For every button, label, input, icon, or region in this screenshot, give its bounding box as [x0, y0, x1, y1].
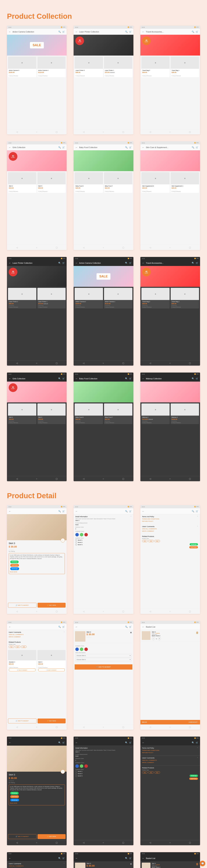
call-phone-button[interactable]: Call Phone	[10, 795, 19, 798]
nav-recent[interactable]: ▢	[189, 246, 191, 249]
add-basket-button[interactable]: 🛒 ADD TO BASKET	[8, 834, 36, 839]
search-icon[interactable]: 🔍	[58, 741, 61, 744]
nav-home[interactable]: ○	[36, 131, 37, 133]
search-icon[interactable]: 🔍	[58, 262, 61, 264]
cart-icon[interactable]: 🛒	[196, 262, 198, 264]
cart-icon[interactable]: 🛒	[62, 741, 65, 744]
messenger-button[interactable]: Messenger	[10, 567, 19, 570]
product-card[interactable]: ▣Action Camera 1$110.00☆☆☆☆☆0 rating (0 …	[37, 57, 66, 77]
nav-home[interactable]: ○	[170, 131, 171, 133]
hero-banner[interactable]: SALE	[7, 35, 67, 56]
search-icon[interactable]: 🔍	[58, 510, 61, 513]
search-icon[interactable]: 🔍	[192, 31, 194, 33]
nav-home[interactable]: ○	[170, 246, 171, 249]
whatsapp-button[interactable]: WhatsApp	[189, 775, 198, 777]
search-icon[interactable]: 🔍	[192, 262, 194, 264]
search-icon[interactable]: 🔍	[192, 377, 194, 380]
size-option[interactable]: Item# 3	[75, 775, 131, 777]
product-card[interactable]: ▣Action Camera 2$100.00☆☆☆☆☆0 rating (0 …	[8, 57, 36, 77]
hero-banner[interactable]	[140, 150, 200, 171]
buy-now-button[interactable]: ⚡ BUY NOW	[37, 603, 66, 608]
nav-recent[interactable]: ▢	[189, 841, 191, 844]
nav-recent[interactable]: ▢	[122, 726, 124, 728]
product-card[interactable]: ▣Skirt 5$30.00☆☆☆☆☆0 rating (0 Reviews)	[37, 403, 66, 424]
product-card[interactable]: ▣Action Camera 1$110.00☆☆☆☆☆0 rating (0 …	[104, 288, 132, 309]
product-card[interactable]: ▣Laser Printer 1$70.00$100.00☆☆☆☆☆0 rati…	[104, 57, 132, 77]
nav-home[interactable]: ○	[103, 477, 104, 480]
color-swatch[interactable]	[84, 533, 88, 536]
nav-back[interactable]: ◁	[16, 726, 18, 728]
basket-thumb[interactable]	[142, 863, 151, 868]
product-card[interactable]: ▣Travel Bag 1$30.00☆☆☆☆☆0 rating (0 Revi…	[171, 288, 199, 309]
nav-back[interactable]: ◁	[16, 610, 18, 613]
hero-banner[interactable]: 60% OFF	[7, 381, 67, 402]
search-icon[interactable]: 🔍	[125, 377, 128, 380]
back-icon[interactable]: ←	[75, 741, 78, 744]
nav-home[interactable]: ○	[36, 477, 37, 480]
nav-back[interactable]: ◁	[83, 246, 84, 249]
product-card[interactable]: ▣Makeup 2$176.00$200.00☆☆☆☆☆0 rating (0 …	[141, 403, 170, 424]
cart-icon[interactable]: 🛒	[62, 626, 65, 628]
cart-icon[interactable]: 🛒	[129, 146, 132, 149]
nav-recent[interactable]: ▢	[56, 841, 58, 844]
back-icon[interactable]: ←	[9, 741, 11, 744]
search-icon[interactable]: 🔍	[192, 510, 194, 513]
write-comment[interactable]: WRITE COMMENT	[9, 867, 65, 868]
search-icon[interactable]: 🔍	[58, 146, 61, 149]
cart-icon[interactable]: 🛒	[196, 510, 198, 513]
back-icon[interactable]: ←	[75, 510, 78, 513]
size-option[interactable]: Item# 2	[75, 541, 131, 543]
select-dropdown[interactable]: Choose Skirt 3▾	[75, 658, 131, 661]
back-icon[interactable]: ←	[9, 30, 11, 33]
write-comment[interactable]: WRITE COMMENT	[9, 636, 65, 638]
back-icon[interactable]: ←	[142, 377, 145, 380]
whatsapp-button[interactable]: WhatsApp	[10, 561, 19, 563]
nav-home[interactable]: ○	[103, 131, 104, 133]
qty-minus[interactable]: −	[152, 637, 155, 640]
back-icon[interactable]: ←	[75, 857, 78, 860]
detail-info-header[interactable]: Detail Information⌃	[75, 516, 131, 518]
search-icon[interactable]: 🔍	[58, 857, 61, 860]
nav-back[interactable]: ◁	[16, 246, 18, 249]
add-basket-button[interactable]: 🛒 ADD TO BASKET	[8, 718, 36, 723]
refund-link[interactable]: REFUND POLICY	[142, 752, 198, 753]
cart-icon[interactable]: 🛒	[62, 510, 65, 513]
nav-recent[interactable]: ▢	[122, 131, 124, 133]
hero-banner[interactable]: 45% OFF	[140, 266, 200, 287]
write-comment[interactable]: WRITE COMMENT	[142, 762, 198, 763]
nav-recent[interactable]: ▢	[56, 726, 58, 728]
related-card[interactable]: ▣Skirt 3$30.00☆☆☆☆☆0 rating (0 Reviews)🛒…	[37, 650, 66, 672]
cart-icon[interactable]: 🛒	[62, 146, 65, 149]
back-icon[interactable]: ←	[75, 377, 78, 380]
search-icon[interactable]: 🔍	[125, 146, 128, 149]
messenger-button[interactable]: Messenger	[10, 799, 19, 802]
nav-home[interactable]: ○	[36, 841, 37, 844]
cart-icon[interactable]: 🛒	[129, 262, 132, 264]
product-card[interactable]: ▣Laser Printer 1$70.00$100.00☆☆☆☆☆0 rati…	[37, 288, 66, 309]
color-swatch[interactable]	[84, 648, 88, 651]
nav-back[interactable]: ◁	[149, 841, 151, 844]
nav-recent[interactable]: ▢	[56, 131, 58, 133]
tag-chip[interactable]: tag2	[148, 771, 154, 774]
hero-banner[interactable]: 30% OFF	[7, 266, 67, 287]
close-icon[interactable]: ✕	[130, 863, 132, 868]
cart-icon[interactable]: 🛒	[129, 510, 132, 513]
search-icon[interactable]: 🔍	[125, 857, 128, 860]
product-card[interactable]: ▣Skirt 5$30.00☆☆☆☆☆0 rating (0 Reviews)	[37, 172, 66, 193]
back-icon[interactable]: ←	[142, 625, 145, 628]
write-comment[interactable]: WRITE COMMENT	[142, 530, 198, 532]
refund-link[interactable]: REFUND POLICY	[142, 521, 198, 522]
back-icon[interactable]: ←	[9, 146, 11, 149]
back-icon[interactable]: ←	[9, 510, 11, 513]
hero-banner[interactable]: 45% OFF	[140, 35, 200, 56]
nav-back[interactable]: ◁	[149, 726, 151, 728]
cart-icon[interactable]: 🛒	[196, 377, 198, 380]
nav-recent[interactable]: ▢	[56, 362, 58, 364]
call-phone-button[interactable]: Call Phone	[189, 546, 198, 549]
nav-recent[interactable]: ▢	[189, 131, 191, 133]
cart-icon[interactable]: 🛒	[129, 626, 132, 628]
checkout-bar[interactable]: $30.00CHECKOUT ›	[140, 720, 200, 724]
tag-chip[interactable]: tag1	[142, 771, 148, 774]
nav-back[interactable]: ◁	[83, 726, 84, 728]
back-icon[interactable]: ←	[75, 625, 78, 628]
